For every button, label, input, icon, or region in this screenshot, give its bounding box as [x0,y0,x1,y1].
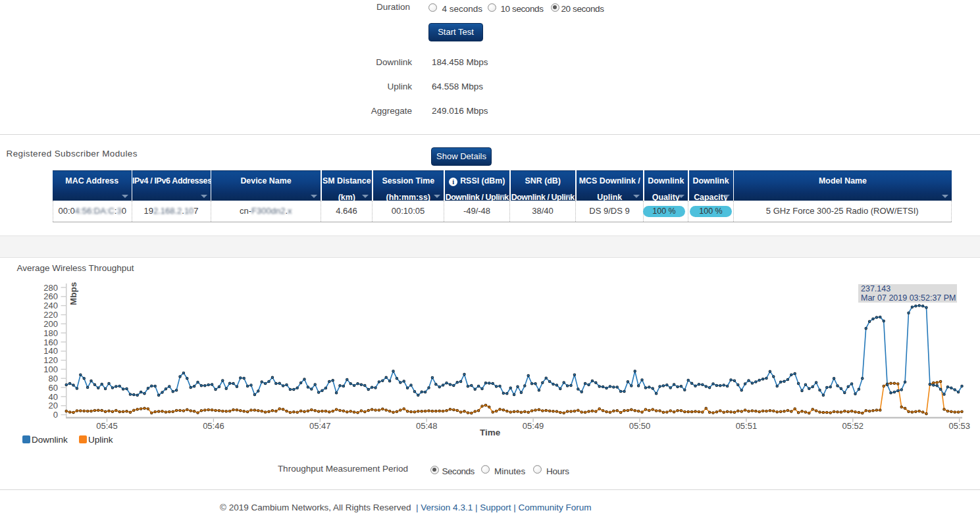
svg-text:100: 100 [43,364,58,374]
svg-text:180: 180 [43,328,58,338]
svg-text:200: 200 [43,319,58,329]
svg-text:160: 160 [43,337,58,347]
svg-text:05:48: 05:48 [416,421,438,431]
svg-text:05:51: 05:51 [736,421,758,431]
svg-text:0: 0 [53,410,58,420]
svg-text:05:49: 05:49 [523,421,544,431]
svg-text:05:45: 05:45 [96,421,118,431]
svg-text:Mbps: Mbps [68,282,78,305]
svg-text:40: 40 [49,392,58,402]
svg-text:60: 60 [49,383,58,393]
svg-text:80: 80 [49,374,58,383]
svg-text:20: 20 [49,401,58,410]
svg-text:280: 280 [43,283,58,293]
svg-text:05:46: 05:46 [203,421,224,431]
svg-text:260: 260 [43,291,58,301]
svg-text:220: 220 [43,310,58,320]
svg-text:240: 240 [43,301,58,310]
svg-text:120: 120 [43,355,58,365]
svg-text:05:53: 05:53 [948,421,970,431]
svg-text:05:47: 05:47 [309,421,331,431]
svg-text:05:50: 05:50 [629,421,651,431]
svg-text:140: 140 [43,346,58,356]
svg-text:05:52: 05:52 [842,421,864,431]
